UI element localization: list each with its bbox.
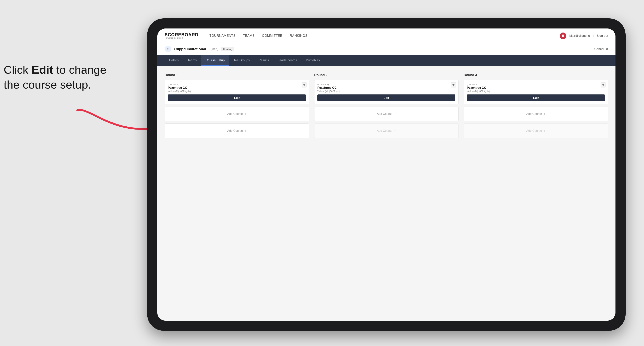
add-course-text-1: Add Course + bbox=[227, 112, 246, 116]
round-3-add-course-1[interactable]: Add Course + bbox=[464, 107, 608, 121]
round-3-course-label: (Course A) bbox=[467, 83, 605, 86]
round-3-column: Round 3 (Course A) Peachtree GC Yellow (… bbox=[464, 73, 608, 140]
cancel-button[interactable]: Cancel ✕ bbox=[594, 47, 608, 51]
nav-link-tournaments[interactable]: TOURNAMENTS bbox=[210, 34, 236, 38]
add-course-plus-2: + bbox=[244, 129, 246, 133]
round-2-course-name: Peachtree GC bbox=[318, 86, 456, 89]
logo-main-text: SCOREBOARD bbox=[165, 32, 198, 37]
round-2-edit-button[interactable]: Edit bbox=[318, 94, 456, 101]
user-avatar: B bbox=[560, 32, 566, 39]
round-1-course-label: (Course A) bbox=[168, 83, 306, 86]
scoreboard-logo: SCOREBOARD Powered by clippd bbox=[165, 32, 198, 39]
round-1-column: Round 1 (Course A) Peachtree GC Yellow (… bbox=[165, 73, 309, 140]
tab-tee-groups[interactable]: Tee Groups bbox=[229, 55, 254, 66]
round-1-course-details: Yellow (M) (6629 yds) bbox=[168, 90, 306, 93]
instruction-prefix: Click bbox=[4, 63, 32, 76]
sub-header: C Clippd Invitational (Men) Hosting Canc… bbox=[157, 43, 616, 55]
tab-teams[interactable]: Teams bbox=[183, 55, 201, 66]
round-2-add-course-1[interactable]: Add Course + bbox=[314, 107, 459, 121]
nav-link-rankings[interactable]: RANKINGS bbox=[290, 34, 308, 38]
add-course-plus-5: + bbox=[543, 112, 546, 116]
round-1-add-course-2[interactable]: Add Course + bbox=[165, 124, 309, 138]
add-course-text-6: Add Course + bbox=[526, 129, 546, 133]
add-course-plus-4: + bbox=[394, 129, 396, 133]
round-3-header: Round 3 bbox=[464, 73, 608, 77]
round-3-add-course-2: Add Course + bbox=[464, 124, 608, 138]
round-3-edit-button[interactable]: Edit bbox=[467, 94, 605, 101]
nav-right: B blair@clippd.io | Sign out bbox=[560, 32, 608, 39]
round-2-course-label: (Course A) bbox=[318, 83, 456, 86]
round-3-delete-button[interactable]: 🗑 bbox=[600, 82, 606, 87]
nav-link-teams[interactable]: TEAMS bbox=[243, 34, 255, 38]
round-1-edit-button[interactable]: Edit bbox=[168, 94, 306, 101]
round-2-column: Round 2 (Course A) Peachtree GC Yellow (… bbox=[314, 73, 459, 140]
top-navigation: SCOREBOARD Powered by clippd TOURNAMENTS… bbox=[157, 28, 616, 43]
round-1-add-course-1[interactable]: Add Course + bbox=[165, 107, 309, 121]
round-2-course-card: (Course A) Peachtree GC Yellow (M) (6629… bbox=[314, 80, 459, 104]
tab-details[interactable]: Details bbox=[165, 55, 183, 66]
tab-bar: Details Teams Course Setup Tee Groups Re… bbox=[157, 55, 616, 66]
instruction-bold: Edit bbox=[32, 63, 53, 76]
trash-icon: 🗑 bbox=[303, 83, 306, 87]
nav-left: SCOREBOARD Powered by clippd TOURNAMENTS… bbox=[165, 32, 308, 39]
round-1-course-name: Peachtree GC bbox=[168, 86, 306, 89]
hosting-badge: Hosting bbox=[221, 47, 234, 51]
trash-icon-2: 🗑 bbox=[452, 83, 455, 87]
tab-results[interactable]: Results bbox=[254, 55, 274, 66]
add-course-plus-6: + bbox=[543, 129, 546, 133]
nav-links: TOURNAMENTS TEAMS COMMITTEE RANKINGS bbox=[210, 34, 308, 38]
round-3-course-details: Yellow (M) (6629 yds) bbox=[467, 90, 605, 93]
add-course-text-5: Add Course + bbox=[526, 112, 546, 116]
round-3-course-name: Peachtree GC bbox=[467, 86, 605, 89]
main-content: Round 1 (Course A) Peachtree GC Yellow (… bbox=[157, 66, 616, 321]
instruction-text: Click Edit to change the course setup. bbox=[4, 62, 110, 92]
clippd-logo: C bbox=[165, 46, 171, 52]
add-course-plus-1: + bbox=[244, 112, 246, 116]
round-2-course-details: Yellow (M) (6629 yds) bbox=[318, 90, 456, 93]
sign-out-link[interactable]: Sign out bbox=[597, 34, 608, 38]
trash-icon-3: 🗑 bbox=[602, 83, 604, 87]
add-course-text-4: Add Course + bbox=[377, 129, 396, 133]
round-2-delete-button[interactable]: 🗑 bbox=[451, 82, 456, 87]
round-1-delete-button[interactable]: 🗑 bbox=[302, 82, 307, 87]
tab-leaderboards[interactable]: Leaderboards bbox=[274, 55, 302, 66]
logo-sub-text: Powered by clippd bbox=[165, 37, 198, 39]
round-3-course-card: (Course A) Peachtree GC Yellow (M) (6629… bbox=[464, 80, 608, 104]
round-2-add-course-2: Add Course + bbox=[314, 124, 459, 138]
round-1-course-card: (Course A) Peachtree GC Yellow (M) (6629… bbox=[165, 80, 309, 104]
rounds-container: Round 1 (Course A) Peachtree GC Yellow (… bbox=[165, 73, 608, 140]
round-2-header: Round 2 bbox=[314, 73, 459, 77]
tournament-format: (Men) bbox=[210, 47, 218, 51]
tab-printables[interactable]: Printables bbox=[302, 55, 324, 66]
cancel-x-icon: ✕ bbox=[606, 47, 608, 51]
round-1-header: Round 1 bbox=[165, 73, 309, 77]
nav-separator: | bbox=[593, 34, 594, 38]
add-course-text-2: Add Course + bbox=[227, 129, 246, 133]
add-course-plus-3: + bbox=[394, 112, 396, 116]
tab-course-setup[interactable]: Course Setup bbox=[201, 55, 229, 66]
nav-link-committee[interactable]: COMMITTEE bbox=[262, 34, 282, 38]
tournament-name: Clippd Invitational bbox=[174, 47, 206, 51]
clippd-letter: C bbox=[167, 47, 169, 51]
tablet-screen: SCOREBOARD Powered by clippd TOURNAMENTS… bbox=[157, 28, 616, 321]
user-email: blair@clippd.io bbox=[569, 34, 590, 38]
add-course-text-3: Add Course + bbox=[377, 112, 396, 116]
tablet-device: SCOREBOARD Powered by clippd TOURNAMENTS… bbox=[147, 18, 626, 331]
sub-header-left: C Clippd Invitational (Men) Hosting bbox=[165, 46, 234, 52]
